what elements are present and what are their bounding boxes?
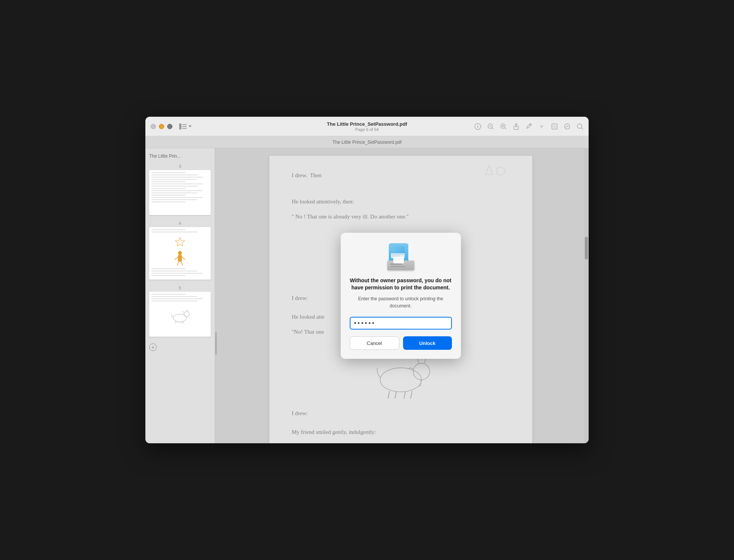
- tab-label: The Little Prince_SetPassword.pdf: [332, 140, 402, 145]
- traffic-lights: [151, 124, 172, 129]
- svg-line-20: [581, 128, 583, 129]
- sidebar-scrollbar-thumb: [215, 332, 217, 355]
- thumbnail-box-5: [149, 292, 211, 337]
- password-dialog: Without the owner password, you do not h…: [341, 233, 461, 359]
- right-scrollbar[interactable]: [584, 148, 589, 443]
- chevron-down-icon: [189, 125, 192, 127]
- minimize-button[interactable]: [159, 124, 164, 129]
- svg-line-24: [182, 257, 185, 260]
- tabbar: The Little Prince_SetPassword.pdf: [145, 136, 589, 148]
- preview-icon: [387, 243, 414, 270]
- svg-line-26: [181, 262, 183, 266]
- thumbnail-page-3[interactable]: 3: [145, 162, 214, 217]
- sidebar-toggle-button[interactable]: [177, 122, 194, 131]
- add-page-button[interactable]: +: [149, 343, 157, 351]
- thumbnail-box-3: [149, 170, 211, 215]
- svg-point-18: [565, 124, 570, 129]
- svg-line-13: [505, 128, 506, 129]
- svg-point-28: [184, 312, 189, 317]
- maximize-button[interactable]: [167, 124, 172, 129]
- svg-rect-1: [182, 124, 187, 125]
- right-scrollbar-thumb: [585, 237, 588, 259]
- redact-icon[interactable]: [551, 123, 558, 130]
- signature-icon[interactable]: [564, 123, 571, 130]
- svg-line-34: [182, 311, 184, 313]
- svg-rect-2: [182, 126, 187, 127]
- svg-rect-0: [179, 123, 181, 129]
- little-prince-figure: ☆: [151, 235, 208, 249]
- modal-overlay: Without the owner password, you do not h…: [217, 148, 584, 443]
- svg-line-9: [492, 128, 493, 129]
- page-info: Page 6 of 54: [327, 127, 407, 132]
- titlebar-left-controls: [177, 122, 194, 131]
- titlebar-tools: [474, 123, 583, 130]
- svg-rect-3: [182, 128, 187, 129]
- svg-line-29: [175, 321, 176, 324]
- svg-point-27: [173, 314, 187, 322]
- svg-line-31: [181, 322, 181, 324]
- modal-title: Without the owner password, you do not h…: [350, 277, 452, 292]
- modal-subtitle: Enter the password to unlock printing th…: [350, 295, 452, 310]
- main-content: The Little Prin... 3: [145, 148, 589, 443]
- close-button[interactable]: [151, 124, 156, 129]
- share-icon[interactable]: [513, 123, 520, 130]
- sidebar: The Little Prin... 3: [145, 148, 215, 443]
- little-prince-svg: [165, 250, 195, 267]
- thumb-lines-5: [151, 294, 208, 301]
- thumbnail-page-5[interactable]: 5: [145, 283, 214, 339]
- annotate-icon[interactable]: [526, 123, 532, 130]
- svg-rect-6: [477, 126, 478, 128]
- page-number-4: 4: [149, 221, 211, 226]
- info-icon[interactable]: [474, 123, 481, 130]
- svg-line-30: [178, 322, 178, 324]
- zoom-out-icon[interactable]: [487, 123, 494, 130]
- thumbnail-page-4[interactable]: 4 ☆: [145, 219, 214, 282]
- svg-point-5: [477, 125, 478, 126]
- page-number-3: 3: [149, 164, 211, 169]
- svg-line-15: [530, 124, 531, 125]
- cancel-button[interactable]: Cancel: [350, 336, 399, 350]
- svg-rect-22: [178, 255, 182, 262]
- svg-point-19: [577, 124, 582, 128]
- zoom-in-icon[interactable]: [500, 123, 507, 130]
- svg-line-33: [187, 309, 187, 312]
- thumb-lines-4-bottom: [151, 268, 208, 277]
- pdf-area: I drew. Then He looked attentively, then…: [217, 148, 584, 443]
- svg-rect-17: [553, 125, 556, 128]
- markup-chevron-icon[interactable]: [538, 123, 545, 130]
- svg-line-25: [177, 262, 179, 266]
- svg-line-23: [175, 257, 178, 260]
- password-input[interactable]: [350, 317, 452, 330]
- unlock-button[interactable]: Unlock: [403, 336, 452, 350]
- document-title: The Little Prince_SetPassword.pdf: [327, 121, 407, 127]
- svg-point-21: [178, 251, 182, 255]
- thumb-lines-4-top: [151, 229, 208, 234]
- goat-svg: [165, 303, 195, 324]
- app-window: The Little Prince_SetPassword.pdf Page 6…: [145, 117, 589, 443]
- thumb-lines-3: [151, 172, 208, 204]
- search-toolbar-icon[interactable]: [577, 123, 583, 130]
- titlebar: The Little Prince_SetPassword.pdf Page 6…: [145, 117, 589, 136]
- modal-buttons: Cancel Unlock: [350, 336, 452, 350]
- page-number-5: 5: [149, 286, 211, 290]
- titlebar-center: The Little Prince_SetPassword.pdf Page 6…: [327, 121, 407, 132]
- sidebar-bottom: +: [145, 340, 214, 354]
- app-icon: [387, 243, 414, 270]
- sidebar-title: The Little Prin...: [145, 152, 214, 162]
- thumbnail-box-4: ☆: [149, 227, 211, 280]
